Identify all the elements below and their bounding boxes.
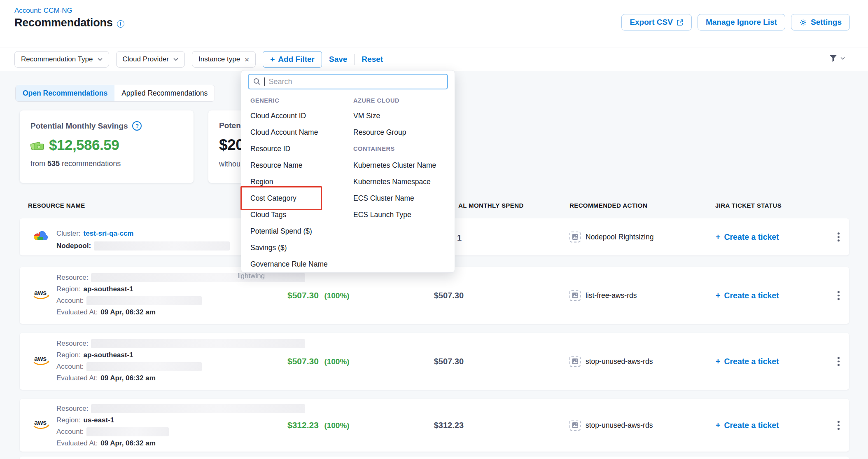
recommendations-page: Account: CCM-NG Recommendations i Export…	[0, 0, 868, 459]
monthly-savings-value: $312.23	[287, 420, 319, 430]
tab-open-recommendations[interactable]: Open Recommendations	[16, 85, 114, 101]
card-title: Potential Monthly Savings	[30, 122, 128, 131]
filter-panel-toggle[interactable]	[829, 54, 845, 63]
create-ticket-button[interactable]: + Create a ticket	[716, 232, 779, 242]
cluster-label: Cluster:	[56, 230, 81, 238]
evaluated-at-label: Evaluated At:	[56, 308, 98, 316]
filter-option[interactable]: Savings ($)	[250, 239, 349, 256]
create-ticket-button[interactable]: + Create a ticket	[716, 357, 779, 366]
redacted-value	[86, 296, 202, 305]
resource-label: Resource:	[56, 340, 88, 348]
chip-label: Instance type	[198, 55, 240, 63]
filter-option[interactable]: Resource Name	[250, 157, 349, 173]
nodepool-label: Nodepool:	[56, 242, 91, 250]
table-row[interactable]: aws Resource: Region:us-east-1 Account: …	[20, 399, 849, 452]
filter-option-cost-category[interactable]: Cost Category	[250, 190, 349, 206]
potential-monthly-spend-value: $507.30	[432, 357, 464, 366]
filter-option[interactable]: VM Size	[353, 108, 452, 124]
breadcrumb[interactable]: Account: CCM-NG	[14, 7, 72, 15]
close-icon[interactable]: ×	[245, 56, 249, 63]
evaluated-at-value: 09 Apr, 06:32 am	[100, 439, 156, 447]
manage-ignore-list-button[interactable]: Manage Ignore List	[698, 14, 785, 30]
table-row[interactable]: aws Resource: Region:ap-southeast-1 Acco…	[20, 267, 849, 324]
filter-chip-instance-type[interactable]: Instance type ×	[192, 51, 256, 68]
region-value: ap-southeast-1	[84, 351, 133, 359]
evaluated-at-value: 09 Apr, 06:32 am	[100, 308, 156, 316]
region-label: Region:	[56, 285, 81, 293]
broken-image-icon	[569, 232, 581, 243]
filter-option[interactable]: Kubernetes Namespace	[353, 173, 452, 190]
search-input[interactable]	[269, 77, 443, 86]
plus-icon: +	[716, 357, 720, 366]
recommended-action-label: list-free-aws-rds	[586, 291, 637, 300]
filter-option[interactable]: Kubernetes Cluster Name	[353, 157, 452, 173]
filter-option[interactable]: Cloud Account Name	[250, 124, 349, 141]
dropdown-section-azure-cloud: AZURE CLOUD	[353, 94, 452, 108]
settings-button[interactable]: Settings	[791, 14, 850, 30]
filter-chip-cloud-provider[interactable]: Cloud Provider	[116, 51, 185, 68]
chip-label: Cloud Provider	[123, 55, 169, 63]
create-ticket-button[interactable]: + Create a ticket	[716, 291, 779, 300]
redacted-value	[91, 273, 305, 282]
add-filter-button[interactable]: + Add Filter	[263, 51, 322, 68]
divider	[354, 54, 355, 65]
dropdown-search[interactable]	[248, 74, 448, 89]
column-header-potential-monthly-spend: AL MONTHLY SPEND	[458, 202, 524, 209]
save-filter-button[interactable]: Save	[329, 55, 347, 64]
funnel-icon	[829, 54, 838, 63]
region-value: ap-southeast-1	[84, 285, 133, 293]
plus-icon: +	[270, 55, 275, 64]
potential-monthly-savings-card: Potential Monthly Savings ? $12,586.59 f…	[20, 110, 194, 183]
monthly-savings-value: $507.30	[287, 290, 319, 300]
filter-option[interactable]: ECS Launch Type	[353, 206, 452, 223]
help-icon[interactable]: ?	[132, 121, 142, 131]
info-icon[interactable]: i	[117, 20, 124, 28]
row-menu-kebab-icon[interactable]	[836, 355, 841, 368]
export-csv-label: Export CSV	[630, 18, 673, 27]
tab-applied-recommendations[interactable]: Applied Recommendations	[114, 85, 215, 101]
region-label: Region:	[56, 351, 81, 359]
chevron-down-icon	[173, 58, 178, 61]
savings-percent: (100%)	[324, 291, 349, 300]
add-filter-dropdown: GENERIC Cloud Account ID Cloud Account N…	[241, 70, 455, 273]
filter-option[interactable]: Resource ID	[250, 141, 349, 157]
redacted-value	[86, 427, 169, 436]
filter-option[interactable]: Region	[250, 173, 349, 190]
svg-text:aws: aws	[34, 419, 47, 426]
row-menu-kebab-icon[interactable]	[836, 419, 841, 431]
filter-option[interactable]: Cloud Account ID	[250, 108, 349, 124]
row-menu-kebab-icon[interactable]	[836, 289, 841, 302]
search-icon	[253, 78, 261, 85]
redacted-value	[91, 339, 305, 348]
savings-value: $12,586.59	[49, 137, 119, 153]
recommended-action-label: stop-unused-aws-rds	[586, 357, 653, 366]
reset-filter-button[interactable]: Reset	[362, 55, 383, 64]
filter-option[interactable]: Cloud Tags	[250, 206, 349, 223]
redacted-value	[86, 362, 202, 371]
external-link-icon	[677, 19, 684, 26]
recommendations-tabs: Open Recommendations Applied Recommendat…	[15, 85, 215, 102]
filter-option[interactable]: ECS Cluster Name	[353, 190, 452, 206]
filter-option[interactable]: Potential Spend ($)	[250, 223, 349, 239]
export-csv-button[interactable]: Export CSV	[621, 14, 692, 30]
plus-icon: +	[716, 232, 720, 242]
savings-subtext: from 535 recommendations	[30, 159, 194, 168]
settings-label: Settings	[811, 18, 842, 27]
cluster-link[interactable]: test-sri-qa-ccm	[84, 230, 134, 238]
row-menu-kebab-icon[interactable]	[836, 231, 841, 243]
recommended-action-label: stop-unused-aws-rds	[586, 421, 653, 430]
filter-option[interactable]: Governance Rule Name	[250, 256, 349, 272]
account-label: Account:	[56, 428, 84, 436]
account-label: Account:	[56, 297, 84, 305]
aws-icon: aws	[32, 418, 51, 433]
region-value: us-east-1	[84, 416, 114, 424]
filter-chip-recommendation-type[interactable]: Recommendation Type	[14, 51, 109, 68]
column-header-resource-name: RESOURCE NAME	[28, 202, 85, 209]
create-ticket-button[interactable]: + Create a ticket	[716, 421, 779, 430]
card-title-fragment: Poten	[219, 121, 241, 130]
broken-image-icon	[569, 356, 581, 367]
aws-icon: aws	[32, 288, 51, 303]
gcp-icon	[32, 229, 49, 245]
filter-option[interactable]: Resource Group	[353, 124, 452, 141]
table-row[interactable]: aws Resource: Region:ap-southeast-1 Acco…	[20, 333, 849, 390]
